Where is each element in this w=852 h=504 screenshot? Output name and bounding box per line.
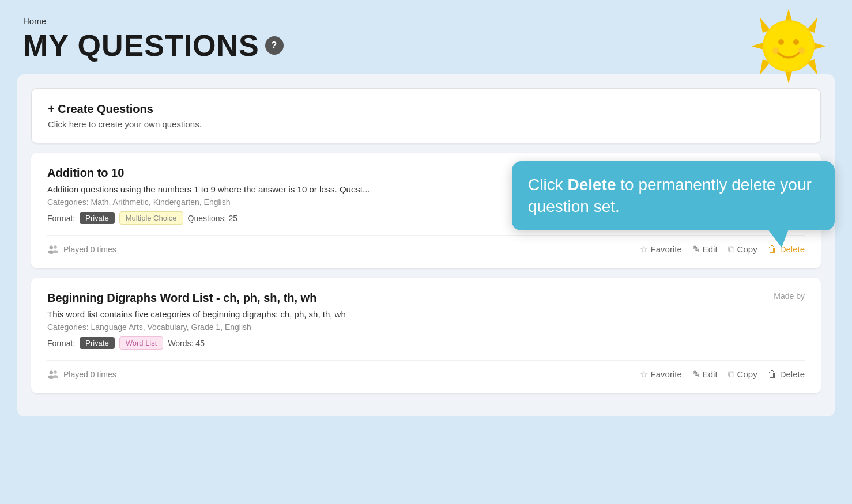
delete-label-2: Delete <box>780 369 805 379</box>
copy-icon-1: ⧉ <box>728 244 734 255</box>
svg-point-11 <box>793 39 799 45</box>
people-icon <box>47 245 59 254</box>
page-header: Home MY QUESTIONS ? <box>0 0 852 74</box>
svg-point-13 <box>798 47 805 54</box>
played-times-1: Played 0 times <box>47 245 116 254</box>
svg-point-16 <box>54 245 57 249</box>
title-row-2: Beginning Digraphs Word List - ch, ph, s… <box>47 291 805 309</box>
made-by-2: Made by <box>774 291 805 301</box>
format-label-2: Format: <box>47 339 75 348</box>
favorite-button-1[interactable]: ☆ Favorite <box>640 244 682 255</box>
played-times-text-2: Played 0 times <box>63 370 116 379</box>
create-questions-card[interactable]: + Create Questions Click here to create … <box>31 88 821 143</box>
svg-point-12 <box>772 47 779 54</box>
card-footer-2: Played 0 times ☆ Favorite ✎ Edit ⧉ Copy … <box>47 360 805 380</box>
page-title: MY QUESTIONS ? <box>23 28 829 63</box>
create-description: Click here to create your own questions. <box>48 119 804 129</box>
badge-format-2: Word List <box>119 336 164 350</box>
edit-icon-2: ✎ <box>692 369 700 380</box>
tooltip-bubble: Click Delete to permanently delete your … <box>512 161 835 230</box>
played-times-text-1: Played 0 times <box>63 245 116 254</box>
create-title: + Create Questions <box>48 103 804 116</box>
edit-button-2[interactable]: ✎ Edit <box>692 369 718 380</box>
favorite-label-1: Favorite <box>651 244 682 254</box>
format-row-2: Format: Private Word List Words: 45 <box>47 336 805 350</box>
categories-2: Categories: Language Arts, Vocabulary, G… <box>47 323 805 332</box>
svg-point-14 <box>50 245 53 249</box>
svg-point-21 <box>52 375 58 378</box>
svg-point-20 <box>54 370 57 374</box>
favorite-label-2: Favorite <box>651 369 682 379</box>
question-desc-2: This word list contains five categories … <box>47 309 805 319</box>
played-times-2: Played 0 times <box>47 370 116 379</box>
svg-point-18 <box>50 370 53 374</box>
card-footer-1: Played 0 times ☆ Favorite ✎ Edit ⧉ Copy … <box>47 235 805 255</box>
actions-2: ☆ Favorite ✎ Edit ⧉ Copy 🗑 Delete <box>640 369 805 380</box>
copy-icon-2: ⧉ <box>728 369 734 380</box>
copy-button-1[interactable]: ⧉ Copy <box>728 244 757 255</box>
badge-format-1: Multiple Choice <box>119 211 183 225</box>
copy-button-2[interactable]: ⧉ Copy <box>728 369 757 380</box>
svg-point-10 <box>778 39 784 45</box>
delete-button-2[interactable]: 🗑 Delete <box>768 369 805 380</box>
star-icon-1: ☆ <box>640 244 648 255</box>
question-title-2: Beginning Digraphs Word List - ch, ph, s… <box>47 291 316 305</box>
format-label-1: Format: <box>47 214 75 223</box>
trash-icon-2: 🗑 <box>768 369 777 380</box>
sun-illustration <box>748 6 829 86</box>
edit-label-1: Edit <box>703 244 718 254</box>
tooltip-text: Click Delete to permanently delete your … <box>528 176 812 215</box>
edit-label-2: Edit <box>703 369 718 379</box>
badge-private-1: Private <box>80 212 114 224</box>
copy-label-1: Copy <box>737 244 757 254</box>
svg-point-17 <box>52 250 58 253</box>
main-container: + Create Questions Click here to create … <box>17 74 835 416</box>
questions-count-1: Questions: 25 <box>188 214 237 223</box>
help-icon[interactable]: ? <box>265 36 284 55</box>
star-icon-2: ☆ <box>640 369 648 380</box>
edit-icon-1: ✎ <box>692 244 700 255</box>
people-icon-2 <box>47 370 59 379</box>
favorite-button-2[interactable]: ☆ Favorite <box>640 369 682 380</box>
questions-count-2: Words: 45 <box>168 339 205 348</box>
badge-private-2: Private <box>80 337 114 349</box>
edit-button-1[interactable]: ✎ Edit <box>692 244 718 255</box>
breadcrumb[interactable]: Home <box>23 16 829 26</box>
page-title-text: MY QUESTIONS <box>23 28 259 63</box>
question-card-2: Beginning Digraphs Word List - ch, ph, s… <box>31 278 821 393</box>
svg-point-9 <box>764 22 813 70</box>
copy-label-2: Copy <box>737 369 757 379</box>
